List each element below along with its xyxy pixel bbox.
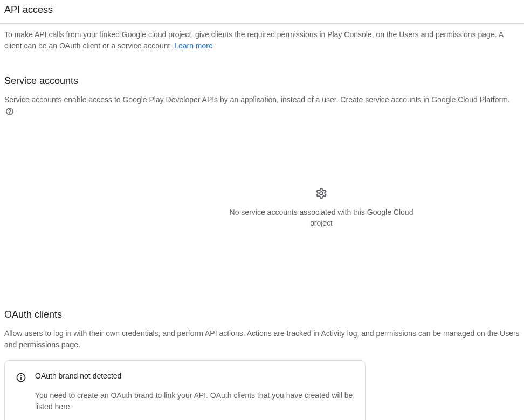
- service-accounts-desc-text: Service accounts enable access to Google…: [4, 95, 510, 104]
- gear-icon: [315, 187, 328, 200]
- oauth-card-description: You need to create an OAuth brand to lin…: [35, 390, 354, 412]
- oauth-clients-description: Allow users to log in with their own cre…: [4, 328, 520, 351]
- service-accounts-description: Service accounts enable access to Google…: [4, 95, 510, 115]
- info-icon: [16, 372, 26, 383]
- service-accounts-title: Service accounts: [4, 75, 520, 87]
- oauth-brand-card: OAuth brand not detected You need to cre…: [4, 360, 366, 420]
- empty-state: No service accounts associated with this…: [225, 187, 417, 228]
- empty-state-container: No service accounts associated with this…: [4, 187, 520, 228]
- api-access-description: To make API calls from your linked Googl…: [4, 29, 520, 52]
- learn-more-link[interactable]: Learn more: [174, 41, 213, 50]
- api-access-desc-text: To make API calls from your linked Googl…: [4, 30, 503, 50]
- oauth-card-title: OAuth brand not detected: [35, 372, 354, 380]
- oauth-clients-title: OAuth clients: [4, 309, 520, 320]
- api-access-section: API access To make API calls from your l…: [4, 4, 520, 56]
- oauth-clients-section: OAuth clients Allow users to log in with…: [4, 309, 520, 420]
- divider: [0, 23, 524, 24]
- api-access-title: API access: [4, 4, 520, 16]
- help-icon[interactable]: [5, 107, 14, 116]
- empty-state-text: No service accounts associated with this…: [225, 207, 417, 228]
- card-content: OAuth brand not detected You need to cre…: [35, 372, 354, 420]
- service-accounts-section: Service accounts Service accounts enable…: [4, 75, 520, 228]
